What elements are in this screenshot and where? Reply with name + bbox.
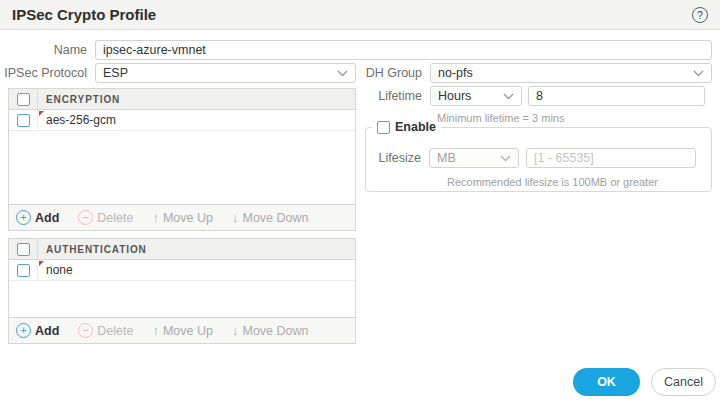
enable-label: Enable	[395, 120, 436, 134]
encryption-table-header: ENCRYPTION	[9, 89, 355, 110]
dh-group-value: no-pfs	[438, 66, 473, 80]
chevron-down-icon	[500, 155, 511, 162]
authentication-select-all-checkbox[interactable]	[17, 243, 30, 256]
row-checkbox-cell	[9, 110, 38, 130]
add-label: Add	[35, 211, 59, 225]
encryption-row-value: aes-256-gcm	[46, 113, 116, 127]
name-input[interactable]	[95, 40, 712, 60]
arrow-down-icon: ↓	[232, 210, 239, 225]
arrow-up-icon: ↑	[152, 323, 159, 338]
add-label: Add	[35, 324, 59, 338]
name-label: Name	[0, 43, 95, 57]
row-checkbox[interactable]	[17, 114, 30, 127]
move-down-button[interactable]: ↓ Move Down	[232, 210, 309, 225]
ipsec-crypto-profile-dialog: IPSec Crypto Profile ? Name IPSec Protoc…	[0, 0, 720, 410]
lifetime-label: Lifetime	[360, 89, 430, 103]
dh-group-label: DH Group	[360, 66, 430, 80]
move-up-button[interactable]: ↑ Move Up	[152, 210, 213, 225]
authentication-column-header: AUTHENTICATION	[38, 244, 147, 255]
lifesize-label: Lifesize	[366, 151, 429, 165]
add-button[interactable]: + Add	[16, 323, 59, 338]
add-icon: +	[16, 323, 31, 338]
dh-group-select[interactable]: no-pfs	[430, 63, 712, 83]
delete-label: Delete	[97, 211, 133, 225]
lifetime-row: Lifetime Hours	[360, 86, 705, 106]
authentication-row-cell: none	[38, 260, 355, 280]
authentication-table: AUTHENTICATION none + Add − Delete	[8, 238, 356, 344]
lifetime-unit-value: Hours	[438, 89, 471, 103]
modified-marker-icon	[39, 261, 44, 266]
encryption-table-body: aes-256-gcm	[9, 110, 355, 204]
lifesize-enable-fieldset: Enable Lifesize MB Recommended lifesize …	[365, 120, 712, 192]
dialog-header: IPSec Crypto Profile ?	[0, 0, 720, 30]
cancel-button[interactable]: Cancel	[651, 368, 716, 396]
arrow-up-icon: ↑	[152, 210, 159, 225]
row-checkbox-cell	[9, 260, 38, 280]
add-icon: +	[16, 210, 31, 225]
ipsec-protocol-select[interactable]: ESP	[95, 63, 356, 83]
authentication-table-body: none	[9, 260, 355, 317]
help-icon[interactable]: ?	[692, 7, 708, 23]
lifesize-note: Recommended lifesize is 100MB or greater	[447, 176, 658, 188]
move-up-button[interactable]: ↑ Move Up	[152, 323, 213, 338]
lifesize-unit-select[interactable]: MB	[429, 148, 519, 168]
authentication-table-header: AUTHENTICATION	[9, 239, 355, 260]
encryption-header-checkbox-cell	[9, 89, 38, 109]
table-row[interactable]: aes-256-gcm	[9, 110, 355, 131]
authentication-row-value: none	[46, 263, 73, 277]
arrow-down-icon: ↓	[232, 323, 239, 338]
delete-button[interactable]: − Delete	[78, 210, 133, 225]
enable-legend: Enable	[372, 120, 441, 134]
page-title: IPSec Crypto Profile	[12, 6, 156, 23]
lifesize-unit-value: MB	[437, 151, 456, 165]
lifetime-unit-select[interactable]: Hours	[430, 86, 522, 106]
move-down-label: Move Down	[242, 211, 308, 225]
move-up-label: Move Up	[163, 324, 213, 338]
chevron-down-icon	[337, 70, 348, 77]
encryption-column-header: ENCRYPTION	[38, 94, 120, 105]
move-up-label: Move Up	[163, 211, 213, 225]
lifesize-value-input[interactable]	[526, 148, 696, 168]
dh-group-row: DH Group no-pfs	[360, 63, 712, 83]
add-button[interactable]: + Add	[16, 210, 59, 225]
encryption-row-cell: aes-256-gcm	[38, 110, 355, 130]
delete-label: Delete	[97, 324, 133, 338]
chevron-down-icon	[693, 70, 704, 77]
delete-button[interactable]: − Delete	[78, 323, 133, 338]
table-row[interactable]: none	[9, 260, 355, 281]
enable-checkbox[interactable]	[377, 121, 390, 134]
move-down-label: Move Down	[242, 324, 308, 338]
ipsec-protocol-row: IPSec Protocol ESP	[0, 63, 356, 83]
delete-icon: −	[78, 323, 93, 338]
ok-button[interactable]: OK	[573, 368, 640, 396]
move-down-button[interactable]: ↓ Move Down	[232, 323, 309, 338]
encryption-table: ENCRYPTION aes-256-gcm + Add − Delete	[8, 88, 356, 231]
modified-marker-icon	[39, 111, 44, 116]
row-checkbox[interactable]	[17, 264, 30, 277]
authentication-header-checkbox-cell	[9, 239, 38, 259]
chevron-down-icon	[503, 93, 514, 100]
lifesize-row: Lifesize MB	[366, 148, 696, 168]
ipsec-protocol-value: ESP	[103, 66, 128, 80]
name-row: Name	[0, 40, 712, 60]
encryption-select-all-checkbox[interactable]	[17, 93, 30, 106]
lifetime-value-input[interactable]	[528, 86, 705, 106]
encryption-toolbar: + Add − Delete ↑ Move Up ↓ Move Down	[9, 204, 355, 230]
ipsec-protocol-label: IPSec Protocol	[0, 66, 95, 80]
delete-icon: −	[78, 210, 93, 225]
authentication-toolbar: + Add − Delete ↑ Move Up ↓ Move Down	[9, 317, 355, 343]
